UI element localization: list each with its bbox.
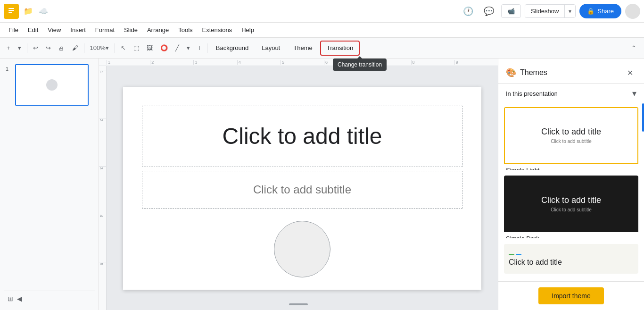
themes-panel: 🎨 Themes ✕ In this presentation ▾ Click … [498, 59, 644, 310]
slide-circle-shape[interactable] [274, 221, 330, 277]
theme-preview-simple-dark: Click to add title Click to add subtitle [504, 176, 638, 232]
divider-3 [115, 43, 115, 53]
slide-main[interactable]: Click to add title Click to add subtitle [123, 87, 481, 290]
slide-canvas[interactable]: Click to add title Click to add subtitle [107, 66, 498, 310]
ruler-tick-9: 9 [454, 60, 498, 65]
themes-scrollbar [642, 103, 644, 132]
zoom-dropdown-icon: ▾ [106, 44, 109, 51]
theme-button[interactable]: Theme [288, 41, 318, 56]
layout-button[interactable]: Layout [256, 41, 286, 56]
themes-list: Click to add title Click to add subtitle… [498, 103, 644, 281]
theme-item-simple-dark[interactable]: Click to add title Click to add subtitle… [504, 176, 638, 238]
line-tool[interactable]: ╱ [173, 42, 182, 55]
slides-bottom: ⊞ ◀ [4, 291, 95, 306]
menu-extensions[interactable]: Extensions [198, 25, 237, 35]
text-tool[interactable]: T [195, 42, 204, 55]
slideshow-dropdown-button[interactable]: ▾ [565, 5, 575, 17]
svg-rect-2 [8, 10, 14, 11]
zoom-button[interactable]: 100% ▾ [87, 42, 112, 55]
theme-preview-title-light: Click to add title [541, 127, 601, 137]
theme-item-simple-light[interactable]: Click to add title Click to add subtitle… [504, 107, 638, 170]
paint-format-button[interactable]: 🖌 [69, 42, 81, 55]
ruler-tick-5: 5 [281, 60, 324, 65]
ruler-vtick-5: 5 [99, 262, 106, 310]
menu-slide[interactable]: Slide [119, 25, 142, 35]
slide-subtitle-area[interactable]: Click to add subtitle [142, 171, 462, 209]
canvas-area: 1 2 3 4 5 6 7 8 9 1 2 3 4 5 [99, 59, 498, 310]
redo-button[interactable]: ↪ [43, 42, 54, 55]
theme-preview-subtitle-dark: Click to add subtitle [551, 207, 592, 212]
shape-tool[interactable]: ⭕ [157, 42, 171, 55]
scroll-indicator [289, 303, 308, 305]
ruler-tick-6: 6 [324, 60, 367, 65]
slide-title-area[interactable]: Click to add title [142, 106, 462, 167]
select-tool[interactable]: ⬚ [131, 42, 142, 55]
image-tool[interactable]: 🖼 [144, 42, 156, 55]
undo-button[interactable]: ↩ [30, 42, 41, 55]
background-button[interactable]: Background [210, 41, 254, 56]
add-slide-button[interactable]: + [4, 42, 13, 55]
ruler-vtick-4: 4 [99, 214, 106, 262]
top-bar-right: 🕐 💬 📹 Slideshow ▾ 🔒 Share [460, 3, 640, 20]
ruler-ticks-h: 1 2 3 4 5 6 7 8 9 [107, 60, 498, 65]
slide-subtitle-placeholder: Click to add subtitle [253, 183, 351, 196]
collapse-slides-button[interactable]: ◀ [17, 295, 22, 302]
menu-tools[interactable]: Tools [173, 25, 197, 35]
slide-thumb-circle [46, 79, 58, 91]
ruler-horizontal: 1 2 3 4 5 6 7 8 9 [99, 59, 498, 66]
themes-header: 🎨 Themes ✕ [498, 59, 644, 84]
cursor-tool[interactable]: ↖ [118, 42, 129, 55]
history-button[interactable]: 🕐 [460, 3, 477, 20]
theme-name-simple-dark: Simple Dark [504, 232, 638, 238]
slide-preview-1[interactable] [15, 64, 89, 106]
comment-button[interactable]: 💬 [480, 3, 497, 20]
svg-rect-1 [8, 8, 14, 9]
ruler-vtick-2: 2 [99, 118, 106, 166]
canvas-with-ruler: 1 2 3 4 5 Click to add title Click to ad… [99, 66, 498, 310]
menu-edit[interactable]: Edit [23, 25, 43, 35]
menu-arrange[interactable]: Arrange [142, 25, 173, 35]
filter-dropdown-icon[interactable]: ▾ [632, 88, 636, 99]
ruler-vertical: 1 2 3 4 5 [99, 66, 107, 310]
add-slide-dropdown[interactable]: ▾ [15, 42, 24, 55]
share-button[interactable]: 🔒 Share [579, 4, 621, 18]
toolbar: + ▾ ↩ ↪ 🖨 🖌 100% ▾ ↖ ⬚ 🖼 ⭕ ╱ ▾ T Backgro… [0, 38, 644, 59]
menu-view[interactable]: View [43, 25, 66, 35]
print-button[interactable]: 🖨 [56, 42, 67, 55]
theme-preview-simple-light: Click to add title Click to add subtitle [504, 107, 638, 164]
theme-preview-subtitle-light: Click to add subtitle [551, 139, 592, 144]
menu-help[interactable]: Help [237, 25, 259, 35]
transition-button[interactable]: Transition [320, 41, 360, 56]
theme-name-simple-light: Simple Light [504, 164, 638, 170]
top-bar: 📁 ☁️ 🕐 💬 📹 Slideshow ▾ 🔒 Share [0, 0, 644, 23]
line-dropdown[interactable]: ▾ [184, 42, 193, 55]
toolbar-collapse-button[interactable]: ⌃ [627, 42, 640, 55]
themes-title-row: 🎨 Themes [506, 67, 547, 78]
theme-preview-title-3: Click to add title [509, 258, 562, 267]
cloud-icon[interactable]: ☁️ [37, 5, 50, 18]
slideshow-main-button[interactable]: Slideshow [525, 5, 565, 17]
import-theme-button[interactable]: Import theme [538, 287, 603, 304]
menu-file[interactable]: File [4, 25, 23, 35]
ruler-vtick-1: 1 [99, 70, 106, 118]
grid-view-button[interactable]: ⊞ [8, 295, 13, 302]
folder-icon[interactable]: 📁 [22, 5, 35, 18]
themes-filter[interactable]: In this presentation ▾ [498, 84, 644, 103]
themes-panel-icon: 🎨 [506, 67, 516, 78]
theme-preview-title-dark: Click to add title [541, 195, 601, 205]
slide-shape-area [123, 209, 481, 290]
lock-icon: 🔒 [587, 8, 594, 15]
zoom-value: 100% [90, 44, 106, 51]
meet-button[interactable]: 📹 [501, 4, 521, 18]
slide-number-1: 1 [6, 64, 12, 72]
ruler-tick-1: 1 [107, 60, 150, 65]
ruler-vtick-3: 3 [99, 166, 106, 214]
slide-thumb-1[interactable]: 1 [4, 62, 95, 108]
theme-item-3[interactable]: Click to add title [504, 244, 638, 274]
themes-footer: Import theme [498, 281, 644, 310]
themes-close-button[interactable]: ✕ [623, 66, 636, 79]
menu-format[interactable]: Format [91, 25, 119, 35]
avatar[interactable] [625, 4, 640, 19]
theme-preview-3: Click to add title [504, 244, 638, 274]
menu-insert[interactable]: Insert [66, 25, 91, 35]
